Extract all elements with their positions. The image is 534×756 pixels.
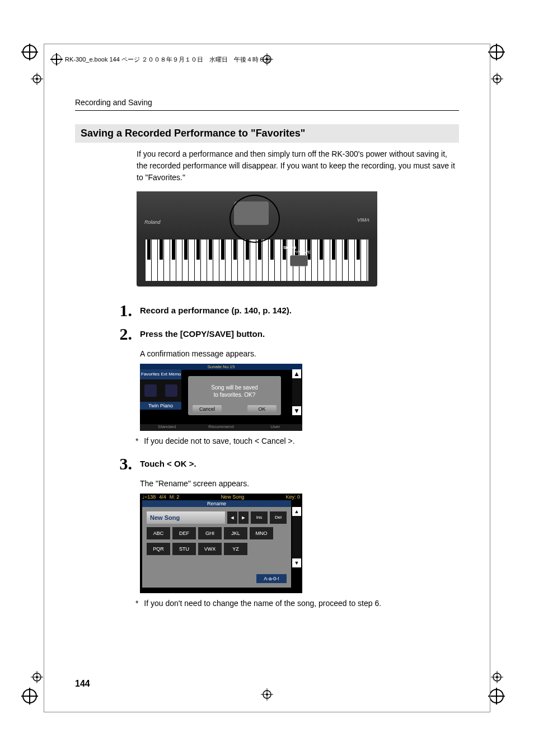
keyboard-image: Roland VIMA SONG COPY/ SAVE [137, 191, 459, 287]
ss1-msg-line1: Song will be saved [193, 384, 277, 391]
step-1-number: 1. [114, 302, 132, 319]
ss2-scroll-up[interactable]: ▲ [292, 507, 301, 516]
ss2-ins-button[interactable]: Ins [251, 511, 268, 524]
note-cancel: * If you decide not to save, touch < Can… [135, 436, 459, 445]
ss2-cursor-left[interactable]: ◄ [227, 511, 237, 524]
step-1-text: Record a performance (p. 140, p. 142). [140, 302, 459, 319]
registration-mark-bl [31, 671, 43, 683]
ss1-tab-extmemo: Ext Memo [161, 369, 181, 379]
ss1-bottom-standard: Standard [140, 424, 194, 431]
breadcrumb: Recording and Saving [75, 98, 459, 107]
step-2-number: 2. [114, 326, 132, 342]
ss2-key-jkl[interactable]: JKL [224, 527, 247, 539]
page-number: 144 [75, 679, 90, 689]
header-meta-text: RK-300_e.book 144 ページ ２００８年９月１０日 水曜日 午後４… [65, 55, 271, 64]
keyboard-brand-right: VIMA [357, 217, 369, 223]
ss1-scrollbar[interactable] [292, 378, 301, 406]
crop-mark-bl [22, 689, 45, 711]
ss2-key-yz[interactable]: YZ [224, 543, 247, 555]
svg-point-15 [496, 676, 498, 678]
rename-screenshot: ♩=138 4/4 M: 2 New Song Key: 0 Rename ▲ … [140, 494, 302, 593]
ss2-key: Key: 0 [285, 494, 300, 500]
ss1-msg-line2: to favorites. OK? [193, 391, 277, 398]
callout-copy-save-label: COPY/ SAVE [283, 250, 315, 254]
ss2-key-abc[interactable]: ABC [147, 527, 170, 539]
ss1-ok-button[interactable]: OK [247, 405, 277, 413]
section-title: Saving a Recorded Performance to "Favori… [75, 124, 459, 143]
ss2-songname: New Song [179, 494, 285, 500]
ss2-key-def[interactable]: DEF [172, 527, 196, 539]
ss2-key-pqr[interactable]: PQR [147, 543, 170, 555]
note-star-2: * [135, 599, 138, 608]
ss1-dialog: Song will be saved to favorites. OK? Can… [188, 376, 281, 415]
note-skip-text: If you don't need to change the name of … [144, 599, 381, 608]
keyboard-brand-left: Roland [144, 219, 161, 225]
ss2-key-ghi[interactable]: GHI [198, 527, 222, 539]
svg-point-7 [496, 78, 498, 80]
ss1-cancel-button[interactable]: Cancel [193, 405, 222, 413]
registration-mark-tl [31, 73, 43, 85]
crop-mark-br [489, 689, 512, 711]
step-1: 1. Record a performance (p. 140, p. 142)… [75, 302, 459, 319]
svg-point-11 [36, 676, 38, 678]
step-2-text: Press the [COPY/SAVE] button. [140, 326, 459, 342]
ss1-bottom-user: User [248, 424, 302, 431]
ss1-twin-piano: Twin Piano [140, 402, 181, 410]
callout-song-label: SONG [283, 245, 315, 250]
ss2-key-mno[interactable]: MNO [250, 527, 273, 539]
crop-mark-tr [489, 45, 512, 67]
registration-mark-tr [491, 73, 503, 85]
ss2-timesig: 4/4 [159, 494, 166, 500]
ss1-favorites-icon [144, 384, 157, 397]
step-3-number: 3. [114, 456, 132, 472]
header-reg-icon [51, 54, 62, 64]
ss1-scroll-down[interactable]: ▼ [292, 406, 301, 415]
ss1-scroll-up[interactable]: ▲ [292, 369, 301, 378]
ss2-key-stu[interactable]: STU [172, 543, 196, 555]
ss1-extmemo-icon [165, 384, 177, 397]
ss2-scrollbar[interactable] [292, 516, 301, 558]
ss2-key-vwx[interactable]: VWX [198, 543, 222, 555]
print-header: RK-300_e.book 144 ページ ２００８年９月１０日 水曜日 午後４… [51, 54, 271, 64]
crop-mark-tl [22, 45, 45, 67]
ss2-tempo: ♩=138 [142, 494, 156, 500]
callout-button-icon [290, 255, 308, 266]
step-3-text: Touch < OK >. [140, 456, 459, 472]
ss2-rename-title: Rename [142, 500, 291, 507]
intro-text: If you record a performance and then sim… [137, 148, 459, 184]
ss2-scroll-down[interactable]: ▼ [292, 558, 301, 567]
ss2-cursor-right[interactable]: ► [238, 511, 249, 524]
ss1-tab-favorites: Favorites [140, 369, 161, 379]
callout-oval [229, 195, 280, 243]
ss2-del-button[interactable]: Del [270, 511, 287, 524]
divider [75, 110, 459, 111]
registration-mark-br [491, 671, 503, 683]
step-2: 2. Press the [COPY/SAVE] button. [75, 326, 459, 342]
ss2-measure: M: 2 [170, 494, 180, 500]
ss1-bottom-recommend: Recommend [194, 424, 249, 431]
ss2-name-input[interactable]: New Song [147, 511, 225, 524]
note-skip: * If you don't need to change the name o… [135, 599, 459, 608]
confirmation-screenshot: Sonate No.15 Favorites Ext Memo Twin Pia… [140, 364, 302, 431]
svg-point-3 [36, 78, 38, 80]
note-cancel-text: If you decide not to save, touch < Cance… [144, 436, 294, 445]
ss2-mode-button[interactable]: A-a-0-! [256, 574, 287, 583]
step-3-subtext: The "Rename" screen appears. [140, 479, 459, 488]
keyboard-keys [146, 240, 368, 281]
note-star-1: * [135, 436, 138, 445]
step-2-subtext: A confirmation message appears. [140, 349, 459, 358]
step-3: 3. Touch < OK >. [75, 456, 459, 472]
callout-copy-save: SONG COPY/ SAVE [283, 245, 315, 267]
